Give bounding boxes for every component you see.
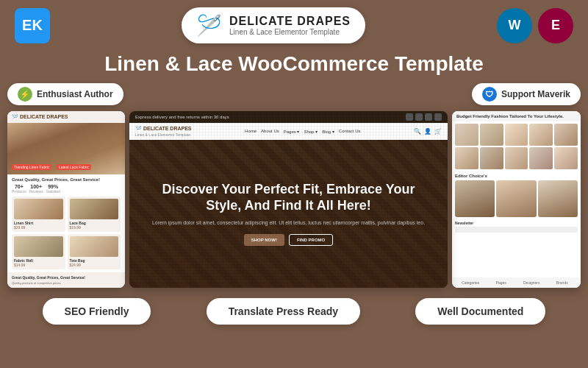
elementor-logo: E — [538, 8, 573, 43]
footer-categories: Categories — [456, 280, 485, 285]
tag-latest: Latest Lace Fabric — [57, 164, 91, 170]
product-card-4: Tote Bag $24.99 — [68, 234, 121, 269]
left-screen-footer: Great Quality, Great Prices, Great Servi… — [7, 272, 125, 288]
page-title: Linen & Lace WooCommerce Template — [0, 52, 588, 76]
footer-pages: Pages — [487, 280, 516, 285]
mini-product-4 — [529, 124, 553, 146]
product-card-2: Lace Bag $19.99 — [68, 197, 121, 232]
mini-product-6 — [455, 147, 478, 169]
footer-brands: Brands — [548, 280, 577, 285]
ig-icon — [415, 113, 423, 121]
bottom-badges: SEO Friendly Translate Press Ready Well … — [0, 291, 588, 330]
nav-home: Home — [245, 129, 257, 134]
editor-item-1 — [455, 180, 495, 217]
mini-product-2 — [480, 124, 503, 146]
right-preview-screen: Budget Friendly Fashion Tailored To Your… — [452, 111, 581, 288]
fb-icon — [406, 113, 413, 121]
hero-title: Discover Your Perfect Fit, Embrace Your … — [144, 182, 433, 213]
nav-about: About Us — [261, 129, 279, 134]
left-screen-content: Great Quality, Great Prices, Great Servi… — [7, 174, 125, 272]
center-hero: Discover Your Perfect Fit, Embrace Your … — [129, 140, 448, 288]
left-screen-hero-image: Trending Linen Fabric Latest Lace Fabric — [7, 123, 125, 174]
stat-reviews: 100+ Reviews — [29, 184, 43, 194]
editor-item-2 — [496, 180, 536, 217]
user-icon: 👤 — [424, 128, 431, 135]
nav-shop: Shop ▾ — [304, 129, 318, 134]
mini-product-9 — [529, 147, 553, 169]
cart-icon: 🛒 — [434, 128, 442, 135]
stat-satisfied: 99% Satisfied — [46, 184, 60, 194]
badges-row: ⚡ Enthusiast Author 🛡 Support Maverik — [0, 83, 588, 105]
editor-item-3 — [538, 180, 578, 217]
mini-product-10 — [554, 147, 578, 169]
newsletter-section: Newsletter — [452, 219, 581, 235]
hero-text: Lorem ipsum dolor sit amet, consectetur … — [152, 219, 425, 227]
product-card-1: Linen Shirt $29.99 — [12, 197, 65, 232]
social-icons — [406, 113, 442, 121]
envato-elements-logo: EK — [15, 8, 50, 43]
left-screen-logo: 🪡 DELICATE DRAPES — [12, 114, 68, 120]
hero-buttons: SHOP NOW! FIND PROMO — [244, 234, 334, 246]
nav-pages: Pages ▾ — [284, 129, 300, 134]
support-maverik-badge: 🛡 Support Maverik — [472, 83, 581, 105]
editors-choice-title: Editor Choice's — [452, 171, 581, 179]
footer-designers: Designers — [517, 280, 546, 285]
product-card-3: Fabric Roll $14.99 — [12, 234, 65, 269]
left-screen-header: 🪡 DELICATE DRAPES — [7, 111, 125, 123]
center-navbar: 🪡 DELICATE DRAPESLinen & Lace Elementor … — [129, 123, 448, 140]
left-preview-screen: 🪡 DELICATE DRAPES Trending Linen Fabric … — [7, 111, 125, 288]
tag-trending: Trending Linen Fabric — [12, 164, 51, 170]
nav-items: Home About Us Pages ▾ Shop ▾ Blog ▾ Cont… — [245, 129, 360, 134]
dress-icon: 🪡 — [196, 13, 222, 38]
search-icon: 🔍 — [414, 128, 421, 135]
right-products-grid — [452, 121, 581, 171]
left-screen-tagline: Great Quality, Great Prices, Great Servi… — [12, 177, 121, 182]
enthusiast-author-badge: ⚡ Enthusiast Author — [7, 83, 123, 105]
stat-products: 70+ Products — [12, 184, 26, 194]
author-badge-icon: ⚡ — [18, 87, 32, 102]
translate-press-badge: Translate Press Ready — [207, 298, 360, 325]
left-screen-products: Linen Shirt $29.99 Lace Bag $19.99 Fabri… — [12, 197, 121, 269]
left-screen-stats: 70+ Products 100+ Reviews 99% Satisfied — [12, 184, 121, 194]
well-documented-badge: Well Documented — [415, 298, 545, 325]
support-badge-icon: 🛡 — [482, 87, 497, 102]
seo-friendly-badge: SEO Friendly — [43, 298, 151, 325]
screens-container: 🪡 DELICATE DRAPES Trending Linen Fabric … — [0, 111, 588, 288]
mini-product-8 — [505, 147, 528, 169]
nav-blog: Blog ▾ — [322, 129, 334, 134]
footer-links-grid: Categories Pages Designers Brands — [456, 280, 576, 285]
mini-product-1 — [455, 124, 478, 146]
editors-choice-grid — [452, 179, 581, 219]
center-topbar: Express delivery and free returns within… — [129, 111, 448, 123]
top-bar: EK 🪡 DELICATE DRAPES Linen & Lace Elemen… — [0, 0, 588, 51]
mini-product-7 — [480, 147, 503, 169]
shop-now-button[interactable]: SHOP NOW! — [244, 234, 284, 246]
find-promo-button[interactable]: FIND PROMO — [289, 234, 333, 246]
center-nav-logo: 🪡 DELICATE DRAPESLinen & Lace Elementor … — [135, 126, 192, 137]
right-screen-footer: Categories Pages Designers Brands — [452, 277, 581, 288]
platform-logos: W E — [497, 8, 573, 43]
left-footer-text: Quality products at competitive prices. — [12, 281, 121, 285]
mini-product-5 — [554, 124, 578, 146]
right-screen-header: Budget Friendly Fashion Tailored To Your… — [452, 111, 581, 121]
nav-contact: Contact Us — [339, 129, 361, 134]
wordpress-logo: W — [497, 8, 532, 43]
pt-icon — [434, 113, 442, 121]
product-logo: 🪡 DELICATE DRAPES Linen & Lace Elementor… — [182, 7, 365, 43]
newsletter-input-mock — [455, 227, 578, 233]
mini-product-3 — [505, 124, 528, 146]
tw-icon — [425, 113, 432, 121]
product-logo-text: DELICATE DRAPES Linen & Lace Elementor T… — [229, 15, 351, 36]
center-preview-screen: Express delivery and free returns within… — [129, 111, 448, 288]
nav-actions: 🔍 👤 🛒 — [414, 128, 442, 135]
